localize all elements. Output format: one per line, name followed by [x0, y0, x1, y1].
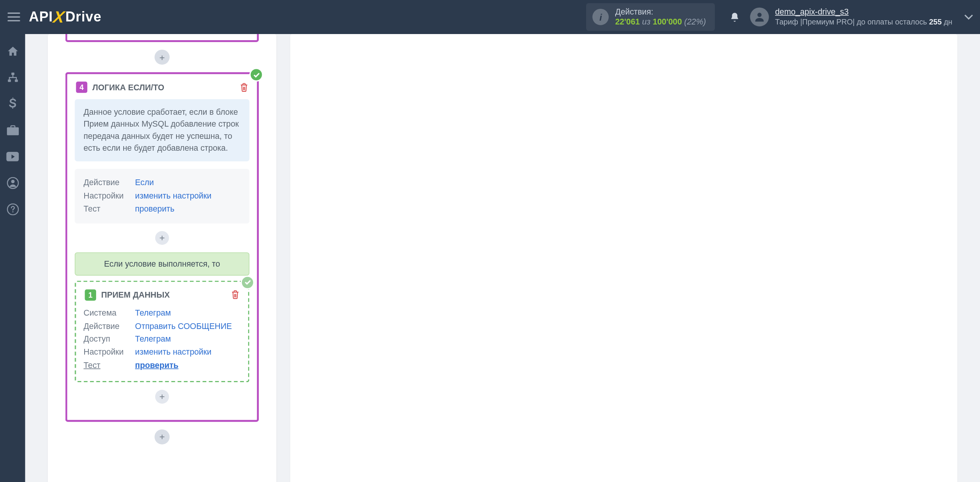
flow-panel: + 4 ЛОГИКА ЕСЛИ/ТО Данное условие сработ… [48, 34, 276, 482]
row-access: Доступ Телеграм [83, 333, 240, 346]
action-link[interactable]: Отправить СООБЩЕНИЕ [135, 320, 232, 333]
sidebar [0, 34, 25, 482]
notifications-button[interactable] [722, 11, 748, 23]
sidebar-home[interactable] [0, 37, 25, 64]
actions-usage-box[interactable]: i Действия: 22'061 из 100'000 (22%) [586, 3, 715, 31]
svg-point-0 [757, 13, 761, 17]
row-system: Система Телеграм [83, 307, 240, 320]
sidebar-help[interactable] [0, 196, 25, 222]
step-number-badge: 1 [85, 289, 96, 301]
question-icon [7, 203, 18, 215]
status-ok-badge [241, 275, 255, 289]
card-title: ПРИЕМ ДАННЫХ [101, 290, 170, 300]
logo[interactable]: API X Drive [29, 0, 101, 34]
delete-card-button[interactable] [240, 83, 248, 92]
actions-used: 22'061 [615, 17, 640, 26]
svg-rect-1 [11, 72, 14, 75]
test-link[interactable]: проверить [135, 203, 175, 216]
card-header: 1 ПРИЕМ ДАННЫХ [83, 289, 240, 307]
sidebar-video[interactable] [0, 143, 25, 169]
delete-card-button[interactable] [231, 290, 239, 300]
sidebar-billing[interactable] [0, 90, 25, 117]
info-icon: i [593, 9, 609, 25]
actions-of: из [642, 17, 653, 26]
step-number-badge: 4 [76, 81, 88, 93]
actions-total: 100'000 [653, 17, 682, 26]
expand-header-button[interactable] [964, 14, 973, 20]
settings-link[interactable]: изменить настройки [135, 190, 212, 203]
svg-point-8 [12, 211, 13, 212]
sidebar-account[interactable] [0, 169, 25, 196]
add-inner-step-button-2[interactable]: + [155, 390, 169, 404]
add-inner-step-button[interactable]: + [155, 231, 169, 245]
row-settings: Настройки изменить настройки [83, 190, 240, 203]
header-right: i Действия: 22'061 из 100'000 (22%) [586, 0, 980, 34]
settings-link[interactable]: изменить настройки [135, 346, 212, 359]
trash-icon [231, 290, 239, 300]
row-action: Действие Отправить СООБЩЕНИЕ [83, 320, 240, 333]
dollar-icon [9, 97, 16, 110]
row-test: Тест проверить [83, 359, 240, 372]
card-header: 4 ЛОГИКА ЕСЛИ/ТО [75, 81, 249, 99]
logic-settings-box: Действие Если Настройки изменить настрой… [75, 169, 249, 223]
logo-part-api: API [29, 9, 53, 25]
chevron-down-icon [964, 14, 973, 20]
row-action: Действие Если [83, 177, 240, 190]
system-link[interactable]: Телеграм [135, 307, 171, 320]
svg-rect-3 [15, 79, 18, 81]
nested-receive-card: 1 ПРИЕМ ДАННЫХ Система Телеграм Действие [75, 280, 249, 382]
sidebar-connections[interactable] [0, 64, 25, 90]
briefcase-icon [7, 125, 18, 135]
sidebar-briefcase[interactable] [0, 117, 25, 143]
user-icon [753, 11, 766, 23]
access-link[interactable]: Телеграм [135, 333, 171, 346]
check-icon [253, 72, 260, 78]
main-area: + 4 ЛОГИКА ЕСЛИ/ТО Данное условие сработ… [25, 34, 980, 482]
row-settings: Настройки изменить настройки [83, 346, 240, 359]
user-name: demo_apix-drive_s3 [775, 7, 952, 18]
test-link[interactable]: проверить [135, 359, 178, 372]
check-icon [244, 280, 251, 285]
sitemap-icon [7, 71, 18, 83]
youtube-icon [6, 151, 19, 161]
add-step-button[interactable]: + [155, 50, 170, 65]
status-ok-badge [249, 68, 263, 81]
logo-part-drive: Drive [65, 9, 101, 25]
bell-icon [730, 11, 740, 23]
svg-rect-2 [8, 79, 11, 81]
card-title: ЛОГИКА ЕСЛИ/ТО [92, 83, 164, 92]
user-menu[interactable]: demo_apix-drive_s3 Тариф |Премиум PRO| д… [750, 7, 952, 27]
actions-pct: (22%) [684, 17, 706, 26]
row-test: Тест проверить [83, 203, 240, 216]
user-text: demo_apix-drive_s3 Тариф |Премиум PRO| д… [775, 7, 952, 27]
home-icon [7, 45, 18, 57]
action-value[interactable]: Если [135, 177, 154, 190]
trash-icon [240, 83, 248, 92]
condition-true-banner: Если условие выполняется, то [75, 252, 249, 275]
actions-label: Действия: [615, 7, 706, 17]
header: API X Drive i Действия: 22'061 из 100'00… [0, 0, 980, 34]
add-step-button-bottom[interactable]: + [155, 429, 170, 444]
menu-button[interactable] [0, 0, 28, 34]
user-circle-icon [7, 177, 18, 189]
previous-card-stub [65, 34, 259, 42]
condition-description: Данное условие сработает, если в блоке П… [75, 99, 249, 161]
logic-card: 4 ЛОГИКА ЕСЛИ/ТО Данное условие сработае… [65, 72, 259, 422]
content-panel [290, 34, 957, 482]
logo-part-x: X [52, 7, 66, 27]
hamburger-icon [8, 13, 20, 21]
user-tariff: Тариф |Премиум PRO| до оплаты осталось 2… [775, 17, 952, 27]
actions-text: Действия: 22'061 из 100'000 (22%) [615, 7, 706, 27]
svg-point-6 [11, 179, 14, 183]
avatar [750, 8, 769, 26]
